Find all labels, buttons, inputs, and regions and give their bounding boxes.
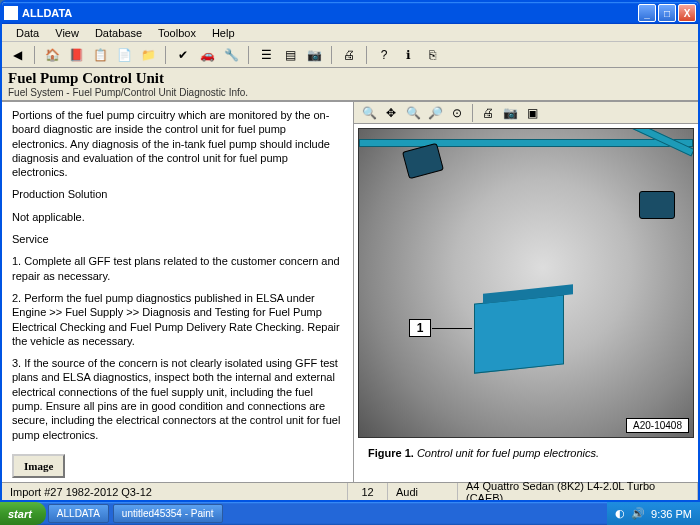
para: 3. If the source of the concern is not c… [12,356,343,442]
camera2-icon[interactable]: 📷 [501,104,519,122]
module-graphic [474,294,564,373]
diagram-image[interactable]: 1 A20-10408 [358,128,694,438]
titlebar[interactable]: ALLDATA _ □ X [2,2,698,24]
cable-graphic [359,139,693,147]
list-icon[interactable]: ☰ [257,46,275,64]
task-alldata[interactable]: ALLDATA [48,504,109,523]
pan-icon[interactable]: ✥ [382,104,400,122]
part-number: A20-10408 [626,418,689,433]
status-model: A4 Quattro Sedan (8K2) L4-2.0L Turbo (CA… [458,483,698,500]
content-area: Portions of the fuel pump circuitry whic… [2,101,698,482]
engine-icon[interactable]: 🔧 [222,46,240,64]
page-header: Fuel Pump Control Unit Fuel System - Fue… [2,68,698,101]
para: Production Solution [12,187,343,201]
magnify-icon[interactable]: 🔎 [426,104,444,122]
minimize-button[interactable]: _ [638,4,656,22]
help-icon[interactable]: ? [375,46,393,64]
para: 1. Complete all GFF test plans related t… [12,254,343,283]
tray-icon[interactable]: ◐ [615,507,625,520]
text-icon[interactable]: ▤ [281,46,299,64]
image-pane: 🔍 ✥ 🔍 🔎 ⊙ 🖨 📷 ▣ 1 A20-10408 [354,102,698,482]
taskbar: start ALLDATA untitled45354 - Paint ◐ 🔊 … [0,502,700,525]
app-icon [4,6,18,20]
caption-bold: Figure 1. [368,447,414,459]
para: Portions of the fuel pump circuitry whic… [12,108,343,179]
info-icon[interactable]: ℹ [399,46,417,64]
menu-data[interactable]: Data [8,25,47,41]
menubar: Data View Database Toolbox Help [2,24,698,42]
status-num: 12 [348,483,388,500]
main-toolbar: ◀ 🏠 📕 📋 📄 📁 ✔ 🚗 🔧 ☰ ▤ 📷 🖨 ? ℹ ⎘ [2,42,698,68]
status-vehicle: Import #27 1982-2012 Q3-12 [2,483,348,500]
camera-icon[interactable]: 📷 [305,46,323,64]
main-window: ALLDATA _ □ X Data View Database Toolbox… [0,0,700,502]
figure-area: 1 A20-10408 Figure 1. Control unit for f… [354,124,698,482]
system-tray[interactable]: ◐ 🔊 9:36 PM [607,502,700,525]
print-icon[interactable]: 🖨 [340,46,358,64]
status-make: Audi [388,483,458,500]
close-button[interactable]: X [678,4,696,22]
image-toolbar: 🔍 ✥ 🔍 🔎 ⊙ 🖨 📷 ▣ [354,102,698,124]
zoom-out-icon[interactable]: 🔍 [404,104,422,122]
image-button[interactable]: Image [12,454,65,478]
task-paint[interactable]: untitled45354 - Paint [113,504,223,523]
connector-graphic [402,143,444,179]
tray-icon[interactable]: 🔊 [631,507,645,520]
caption-text: Control unit for fuel pump electronics. [414,447,599,459]
window-title: ALLDATA [22,7,638,19]
figure-caption: Figure 1. Control unit for fuel pump ele… [358,438,694,467]
page-subtitle: Fuel System - Fuel Pump/Control Unit Dia… [8,87,692,98]
back-icon[interactable]: ◀ [8,46,26,64]
menu-toolbox[interactable]: Toolbox [150,25,204,41]
folder-icon[interactable]: 📁 [139,46,157,64]
maximize-button[interactable]: □ [658,4,676,22]
clock: 9:36 PM [651,508,692,520]
menu-database[interactable]: Database [87,25,150,41]
page-title: Fuel Pump Control Unit [8,70,692,87]
para: 2. Perform the fuel pump diagnostics pub… [12,291,343,348]
para: Not applicable. [12,210,343,224]
connector-graphic [639,191,675,219]
book-icon[interactable]: 📕 [67,46,85,64]
start-button[interactable]: start [0,502,46,525]
clip-icon[interactable]: 📄 [115,46,133,64]
window-buttons: _ □ X [638,4,696,22]
export-icon[interactable]: ⎘ [423,46,441,64]
check-icon[interactable]: ✔ [174,46,192,64]
zoom-reset-icon[interactable]: ⊙ [448,104,466,122]
snapshot-icon[interactable]: ▣ [523,104,541,122]
article-pane[interactable]: Portions of the fuel pump circuitry whic… [2,102,354,482]
menu-view[interactable]: View [47,25,87,41]
doc-icon[interactable]: 📋 [91,46,109,64]
menu-help[interactable]: Help [204,25,243,41]
callout-label: 1 [409,319,431,337]
para: Service [12,232,343,246]
statusbar: Import #27 1982-2012 Q3-12 12 Audi A4 Qu… [2,482,698,500]
zoom-in-icon[interactable]: 🔍 [360,104,378,122]
home-icon[interactable]: 🏠 [43,46,61,64]
car-icon[interactable]: 🚗 [198,46,216,64]
print-image-icon[interactable]: 🖨 [479,104,497,122]
